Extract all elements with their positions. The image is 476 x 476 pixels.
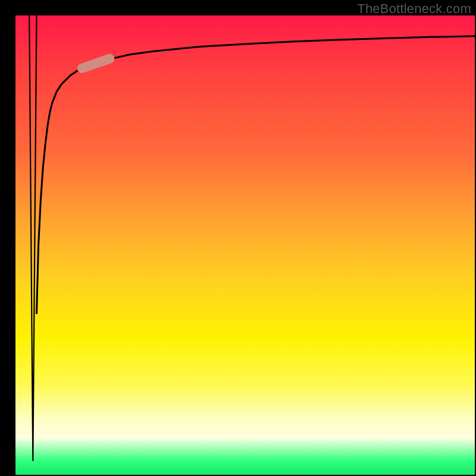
curve-path (37, 36, 475, 314)
plot-group (29, 15, 475, 461)
spike-path (29, 15, 36, 461)
highlight-marker (82, 59, 109, 68)
watermark-text: TheBottleneck.com (357, 1, 471, 17)
chart-svg (15, 15, 475, 475)
